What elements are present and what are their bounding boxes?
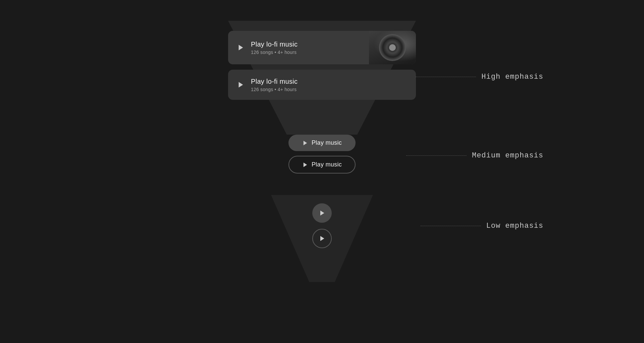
card-subtitle-1: 126 songs • 4+ hours	[251, 50, 298, 55]
play-icon-pill-filled	[302, 140, 308, 146]
play-icon-pill-outlined	[302, 162, 308, 168]
card-title-1: Play lo-fi music	[251, 41, 298, 48]
play-icon-circle-outlined	[319, 235, 325, 242]
dotted-line-low	[421, 226, 481, 226]
svg-marker-0	[239, 45, 243, 51]
play-icon-2	[236, 80, 246, 89]
high-emphasis-card-plain[interactable]: Play lo-fi music 126 songs • 4+ hours	[228, 70, 416, 100]
svg-marker-1	[239, 82, 243, 88]
high-emphasis-label: High emphasis	[416, 73, 543, 81]
section-high: Play lo-fi music 126 songs • 4+ hours Pl…	[228, 31, 416, 100]
low-emphasis-text: Low emphasis	[486, 222, 543, 230]
card-title-2: Play lo-fi music	[251, 78, 298, 85]
thumbnail-inner	[369, 31, 416, 64]
low-emphasis-label: Low emphasis	[421, 222, 543, 230]
play-icon-circle-filled	[319, 210, 325, 216]
svg-marker-2	[304, 141, 307, 145]
svg-marker-4	[320, 211, 324, 216]
medium-button-filled-label: Play music	[312, 139, 342, 146]
high-emphasis-text: High emphasis	[481, 73, 543, 81]
card-subtitle-2: 126 songs • 4+ hours	[251, 87, 298, 92]
card-play-area-1: Play lo-fi music 126 songs • 4+ hours	[228, 41, 369, 55]
svg-marker-5	[320, 236, 324, 241]
card-thumbnail	[369, 31, 416, 64]
section-low	[312, 203, 332, 248]
card-text-2: Play lo-fi music 126 songs • 4+ hours	[251, 78, 298, 92]
low-emphasis-button-filled[interactable]	[312, 203, 332, 223]
medium-emphasis-button-filled[interactable]: Play music	[288, 135, 356, 151]
section-medium: Play music Play music	[288, 135, 356, 174]
dotted-line-medium	[406, 155, 467, 156]
medium-button-outlined-label: Play music	[312, 161, 342, 168]
high-emphasis-card-filled[interactable]: Play lo-fi music 126 songs • 4+ hours	[228, 31, 416, 64]
medium-emphasis-text: Medium emphasis	[472, 151, 543, 160]
card-text-1: Play lo-fi music 126 songs • 4+ hours	[251, 41, 298, 55]
low-emphasis-button-outlined[interactable]	[312, 229, 332, 248]
svg-marker-3	[304, 162, 307, 167]
main-container: Play lo-fi music 126 songs • 4+ hours Pl…	[87, 21, 557, 322]
vinyl-record	[379, 34, 406, 61]
medium-emphasis-button-outlined[interactable]: Play music	[288, 156, 356, 174]
dotted-line-high	[416, 77, 476, 77]
medium-emphasis-label: Medium emphasis	[406, 151, 543, 160]
play-icon	[236, 43, 246, 52]
